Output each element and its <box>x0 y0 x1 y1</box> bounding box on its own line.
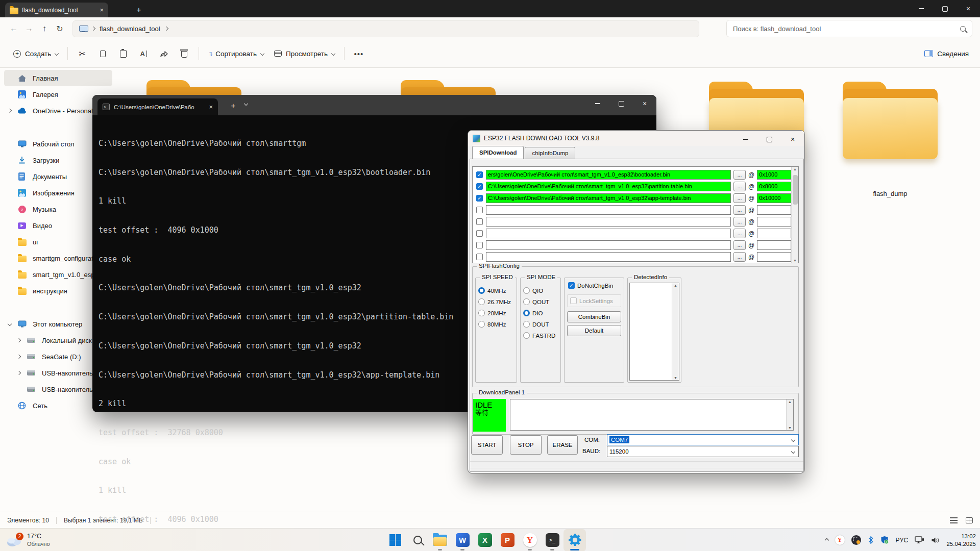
language-indicator[interactable]: РУС <box>896 537 909 544</box>
download-log[interactable]: ▲ ▼ <box>510 399 794 431</box>
radio-qout[interactable]: QOUT <box>523 298 549 305</box>
maximize-button[interactable] <box>609 95 633 112</box>
donotchgbin-checkbox[interactable]: DoNotChgBin <box>568 282 613 289</box>
file-path-field[interactable] <box>486 217 731 227</box>
locksettings-checkbox[interactable]: LockSettings <box>570 297 613 304</box>
offset-field[interactable] <box>757 240 791 250</box>
radio-fastrd[interactable]: FASTRD <box>523 332 555 339</box>
up-icon[interactable]: ↑ <box>37 24 52 33</box>
radio-qio[interactable]: QIO <box>523 287 543 294</box>
baud-select[interactable]: 115200 <box>607 446 799 457</box>
offset-field[interactable] <box>757 229 791 238</box>
new-tab-button[interactable] <box>228 100 238 110</box>
view-button[interactable]: Просмотреть <box>269 44 340 63</box>
offset-field[interactable]: 0x8000 <box>757 182 791 191</box>
search-input[interactable]: Поиск в: flash_download_tool <box>726 20 972 37</box>
browse-button[interactable]: ... <box>733 217 746 227</box>
refresh-icon[interactable]: ↻ <box>52 24 67 34</box>
browse-button[interactable]: ... <box>733 182 746 191</box>
chevron-right-icon[interactable] <box>17 338 21 342</box>
offset-field[interactable] <box>757 205 791 215</box>
taskbar-yandex-button[interactable]: Y <box>519 529 541 551</box>
taskbar-clock[interactable]: 13:02 25.04.2025 <box>946 533 976 548</box>
file-path-field[interactable] <box>486 240 731 250</box>
scroll-up-icon[interactable]: ▲ <box>674 284 677 287</box>
more-options-button[interactable] <box>349 44 369 63</box>
scroll-up-icon[interactable]: ▲ <box>793 167 797 171</box>
chevron-right-icon[interactable] <box>8 109 12 113</box>
file-path-field[interactable]: ers\golen\OneDrive\Рабочий стол\smart_tg… <box>486 170 731 180</box>
assistant-tray-icon[interactable] <box>851 535 861 545</box>
copy-button[interactable] <box>92 44 113 63</box>
erase-button[interactable]: ERASE <box>547 435 578 455</box>
rename-button[interactable] <box>133 44 154 63</box>
tab-close-icon[interactable] <box>209 104 213 110</box>
yandex-tray-icon[interactable]: Y <box>835 535 845 545</box>
taskbar-powerpoint-button[interactable]: P <box>496 529 519 551</box>
tab-spidownload[interactable]: SPIDownload <box>472 146 524 159</box>
delete-button[interactable] <box>174 44 194 63</box>
chevron-down-icon[interactable] <box>244 102 248 106</box>
breadcrumb-item[interactable]: flash_download_tool <box>100 25 160 33</box>
explorer-tab[interactable]: flash_download_tool <box>5 3 108 17</box>
scroll-up-icon[interactable]: ▲ <box>788 400 792 404</box>
combinebin-button[interactable]: CombineBin <box>567 311 621 322</box>
radio-dio[interactable]: DIO <box>523 310 543 316</box>
file-checkbox[interactable] <box>476 218 483 225</box>
scrollbar-thumb[interactable] <box>793 175 798 205</box>
start-button[interactable] <box>384 529 406 551</box>
minimize-button[interactable] <box>910 0 933 17</box>
folder-flash-dump[interactable]: flash_dump <box>840 82 941 159</box>
radio-26mhz[interactable]: 26.7MHz <box>478 298 511 305</box>
file-path-field[interactable] <box>486 205 731 215</box>
radio-80mhz[interactable]: 80MHz <box>478 321 506 328</box>
scroll-down-icon[interactable]: ▼ <box>793 259 797 262</box>
default-button[interactable]: Default <box>567 325 621 336</box>
file-checkbox[interactable] <box>476 207 483 213</box>
scroll-down-icon[interactable]: ▼ <box>788 426 792 430</box>
cut-button[interactable] <box>72 44 92 63</box>
detected-info-scrollbar[interactable]: ▲ ▼ <box>672 283 679 380</box>
file-checkbox[interactable] <box>476 195 483 202</box>
bluetooth-icon[interactable] <box>868 536 874 544</box>
security-shield-icon[interactable] <box>880 536 889 544</box>
paste-button[interactable] <box>113 44 133 63</box>
close-button[interactable] <box>957 0 980 17</box>
taskbar-explorer-button[interactable] <box>429 529 451 551</box>
browse-button[interactable]: ... <box>733 252 746 262</box>
network-icon[interactable] <box>915 536 924 544</box>
detected-info-list[interactable]: ▲ ▼ <box>629 283 679 381</box>
offset-field[interactable]: 0x1000 <box>757 170 791 180</box>
file-path-field[interactable]: C:\Users\golen\OneDrive\Рабочий стол\sma… <box>486 193 731 203</box>
browse-button[interactable]: ... <box>733 229 746 238</box>
esp32-title-bar[interactable]: ESP32 FLASH DOWNLOAD TOOL V3.9.8 <box>468 131 804 146</box>
terminal-tab[interactable]: C:\Users\golen\OneDrive\Рабо <box>97 98 218 115</box>
minimize-button[interactable] <box>734 131 757 148</box>
browse-button[interactable]: ... <box>733 193 746 203</box>
stop-button[interactable]: STOP <box>510 435 542 455</box>
details-pane-button[interactable]: Сведения <box>924 50 972 58</box>
offset-field[interactable]: 0x10000 <box>757 193 791 203</box>
file-checkbox[interactable] <box>476 183 483 190</box>
download-log-scrollbar[interactable]: ▲ ▼ <box>786 399 793 430</box>
chevron-right-icon[interactable] <box>17 355 21 359</box>
offset-field[interactable] <box>757 217 791 227</box>
radio-40mhz[interactable]: 40MHz <box>478 287 506 294</box>
breadcrumb[interactable]: flash_download_tool <box>72 20 699 37</box>
radio-20mhz[interactable]: 20MHz <box>478 310 506 316</box>
taskbar-excel-button[interactable]: X <box>474 529 496 551</box>
file-path-field[interactable]: C:\Users\golen\OneDrive\Рабочий стол\sma… <box>486 182 731 191</box>
offset-field[interactable] <box>757 252 791 262</box>
com-port-select[interactable]: COM7 <box>607 434 799 445</box>
terminal-title-bar[interactable]: C:\Users\golen\OneDrive\Рабо <box>92 95 656 115</box>
forward-icon[interactable]: → <box>21 24 37 33</box>
minimize-button[interactable] <box>586 95 609 112</box>
share-button[interactable] <box>154 44 174 63</box>
taskbar-search-button[interactable] <box>406 529 429 551</box>
tab-close-icon[interactable] <box>100 7 104 13</box>
file-path-field[interactable] <box>486 229 731 238</box>
file-checkbox[interactable] <box>476 242 483 248</box>
sort-button[interactable]: ↑↓ Сортировать <box>203 44 269 63</box>
file-checkbox[interactable] <box>476 171 483 178</box>
taskbar-word-button[interactable]: W <box>451 529 474 551</box>
